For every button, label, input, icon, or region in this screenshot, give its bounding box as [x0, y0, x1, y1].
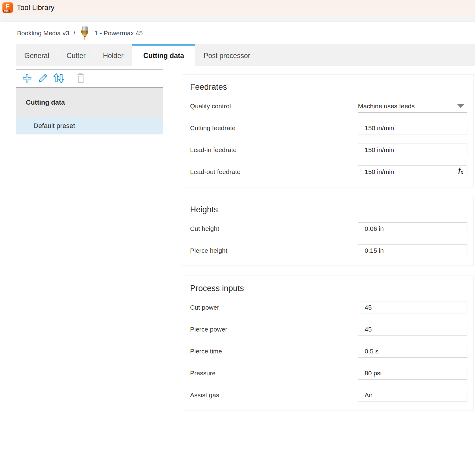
tab-post-processor[interactable]: Post processor — [195, 44, 258, 66]
preset-panel: Cutting data Default preset — [16, 69, 163, 476]
heights-title: Heights — [190, 205, 467, 214]
tab-holder[interactable]: Holder — [94, 44, 132, 66]
plus-icon — [22, 73, 32, 84]
cut-height-input[interactable] — [358, 222, 467, 235]
feedrates-card: Feedrates Quality control Machine uses f… — [182, 74, 474, 187]
toolbar-divider — [70, 72, 70, 85]
fusion-app-icon-letter: F — [2, 3, 13, 10]
tab-cutting-data[interactable]: Cutting data — [132, 44, 195, 66]
cut-power-label: Cut power — [190, 304, 358, 311]
plasma-tool-icon — [80, 26, 89, 40]
pierce-time-label: Pierce time — [190, 348, 358, 355]
lead-in-feedrate-row: Lead-in feedrate — [190, 144, 467, 156]
pierce-power-label: Pierce power — [190, 326, 358, 333]
reorder-preset-button[interactable] — [51, 71, 67, 86]
dropdown-arrow-icon — [457, 104, 464, 108]
heights-card: Heights Cut height Pierce height — [182, 197, 474, 266]
tab-content: Cutting data Default preset Feedrates Qu… — [16, 66, 475, 476]
cut-height-row: Cut height — [190, 222, 467, 235]
cut-power-row: Cut power — [190, 301, 467, 314]
lead-out-feedrate-input[interactable] — [358, 165, 467, 178]
quality-control-select[interactable]: Machine uses feeds — [358, 100, 467, 113]
add-preset-button[interactable] — [19, 71, 35, 86]
breadcrumb-current-tool: 1 - Powermax 45 — [94, 30, 143, 37]
cutting-feedrate-label: Cutting feedrate — [190, 124, 358, 132]
preset-list-header: Cutting data — [16, 88, 163, 117]
lead-out-feedrate-row: Lead-out feedrate fx — [190, 165, 467, 178]
pencil-icon — [37, 73, 48, 85]
tab-general[interactable]: General — [16, 44, 58, 66]
pierce-time-input[interactable] — [358, 345, 467, 358]
cut-height-label: Cut height — [190, 225, 358, 232]
tool-library-dialog: Bookling Media v3 / — [2, 22, 475, 476]
feedrates-title: Feedrates — [190, 82, 467, 92]
assist-gas-row: Assist gas — [190, 389, 467, 401]
pressure-input[interactable] — [358, 367, 467, 380]
cut-power-input[interactable] — [358, 301, 467, 314]
lead-in-feedrate-label: Lead-in feedrate — [190, 146, 358, 154]
formula-fx-icon[interactable]: fx — [458, 166, 463, 176]
breadcrumb: Bookling Media v3 / — [2, 22, 475, 44]
pierce-height-row: Pierce height — [190, 244, 467, 257]
assist-gas-input[interactable] — [358, 389, 467, 401]
quality-control-row: Quality control Machine uses feeds — [190, 100, 467, 113]
fusion-app-icon-sub: FUS — [3, 10, 10, 12]
cutting-feedrate-input[interactable] — [358, 122, 467, 134]
breadcrumb-library-link[interactable]: Bookling Media v3 — [17, 30, 69, 37]
pierce-power-row: Pierce power — [190, 323, 467, 336]
pierce-power-input[interactable] — [358, 323, 467, 336]
preset-toolbar — [16, 70, 163, 88]
lead-in-feedrate-input[interactable] — [358, 144, 467, 156]
tab-divider — [259, 50, 259, 60]
assist-gas-label: Assist gas — [190, 391, 358, 399]
trash-icon — [76, 72, 86, 85]
pierce-time-row: Pierce time — [190, 345, 467, 358]
pierce-height-input[interactable] — [358, 244, 467, 257]
preset-list-item-default[interactable]: Default preset — [16, 117, 163, 134]
cutting-data-form: Feedrates Quality control Machine uses f… — [182, 74, 474, 476]
breadcrumb-separator: / — [74, 30, 75, 37]
pressure-label: Pressure — [190, 370, 358, 377]
tab-bar: General Cutter Holder Cutting data Post … — [16, 44, 475, 66]
quality-control-label: Quality control — [190, 102, 358, 110]
process-inputs-card: Process inputs Cut power Pierce power Pi… — [182, 276, 474, 410]
move-up-down-icon — [53, 73, 65, 85]
window-title: Tool Library — [17, 3, 54, 12]
lead-out-feedrate-label: Lead-out feedrate — [190, 168, 358, 175]
fusion-app-icon: F FUS — [2, 2, 13, 13]
quality-control-value: Machine uses feeds — [358, 102, 415, 110]
titlebar-sub-strip — [0, 15, 475, 22]
tab-cutter[interactable]: Cutter — [58, 44, 94, 66]
pierce-height-label: Pierce height — [190, 247, 358, 254]
process-inputs-title: Process inputs — [190, 284, 467, 293]
window-titlebar: F FUS Tool Library — [0, 0, 475, 15]
cutting-feedrate-row: Cutting feedrate — [190, 122, 467, 134]
delete-preset-button[interactable] — [73, 71, 89, 86]
edit-preset-button[interactable] — [35, 71, 51, 86]
pressure-row: Pressure — [190, 367, 467, 380]
